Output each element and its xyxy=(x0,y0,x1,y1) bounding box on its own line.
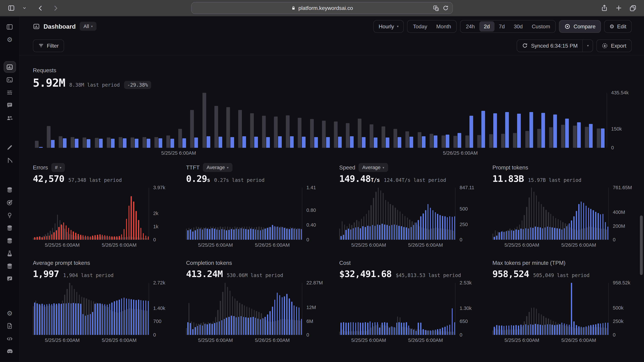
panel-title: Requests xyxy=(33,67,56,73)
api-code-icon[interactable] xyxy=(4,333,16,345)
today-button[interactable]: Today xyxy=(408,21,432,31)
panel-tpm: Max tokens per minute (TPM) 958,524 505,… xyxy=(492,259,632,335)
scope-dropdown[interactable]: All▾ xyxy=(80,22,96,31)
metric-value: 5.92M xyxy=(33,76,65,89)
sidebar-item-datasets-database-icon[interactable] xyxy=(4,184,16,195)
docs-document-icon[interactable] xyxy=(4,320,16,332)
sidebar-item-traces-filter-icon[interactable] xyxy=(4,87,16,98)
completion-tokens-chart[interactable]: 5/25/25 6:00AM5/26/25 6:00AM xyxy=(186,283,302,335)
sidebar-item-insights-lightbulb-icon[interactable] xyxy=(4,209,16,221)
ttft-chart[interactable]: 5/25/25 6:00AM5/26/25 6:00AM xyxy=(186,188,302,240)
metric-value: 0.29s xyxy=(186,174,210,184)
metric-value: 11.83B xyxy=(492,174,524,184)
forward-icon[interactable] xyxy=(51,3,60,12)
y-axis: 2.72k1.40k7000 xyxy=(149,283,172,335)
panel-ttft: TTFT Average▾ 0.29s 0.27s last period 5/… xyxy=(186,163,325,240)
discord-icon[interactable] xyxy=(4,346,16,357)
speed-aggregation-dropdown[interactable]: Average▾ xyxy=(358,163,388,172)
metric-last-period: 505,049 last period xyxy=(533,273,590,278)
metric-value: 1,997 xyxy=(33,269,59,279)
compare-eye-icon xyxy=(564,23,571,29)
sidebar-item-models-database-icon[interactable] xyxy=(4,222,16,234)
left-sidebar: ⚙ xyxy=(0,16,20,362)
metric-last-period: 124.04T/s last period xyxy=(384,177,446,183)
y-axis: 435.54k150k0 xyxy=(607,93,632,148)
sync-button[interactable]: Synced 6:34:15 PM xyxy=(517,39,582,51)
panel-completion-tokens: Completion tokens 413.24M 530.06M last p… xyxy=(186,259,325,335)
url-bar[interactable]: platform.keywordsai.co A文 xyxy=(191,2,453,14)
tpm-chart[interactable]: 5/25/25 6:00AM5/26/25 6:00AM xyxy=(492,283,608,335)
ttft-aggregation-dropdown[interactable]: Average▾ xyxy=(203,163,232,172)
browser-chrome: platform.keywordsai.co A文 xyxy=(0,0,644,16)
sidebar-item-logs-terminal-icon[interactable] xyxy=(4,74,16,85)
y-axis: 3.97k2k1k0 xyxy=(149,188,172,240)
today-month-group: Today Month xyxy=(407,20,457,33)
dashboard-content: Requests 5.92M 8.38M last period -29.38%… xyxy=(20,55,644,362)
range-7d[interactable]: 7d xyxy=(494,21,509,31)
sidebar-item-caches-database-icon[interactable] xyxy=(4,235,16,246)
share-icon[interactable] xyxy=(600,3,609,12)
sidebar-item-users-icon[interactable] xyxy=(4,112,16,124)
metric-delta-badge: -29.38% xyxy=(124,81,151,89)
metric-value: 42,570 xyxy=(33,174,64,184)
refresh-icon xyxy=(522,43,528,48)
sync-split-button: Synced 6:34:15 PM ▾ xyxy=(517,39,593,52)
panel-cost: Cost $32,491.68 $45,813.53 last period 5… xyxy=(339,259,478,335)
range-custom[interactable]: Custom xyxy=(527,21,555,31)
y-axis: 761.65M400M200M0 xyxy=(608,188,632,240)
errors-chart[interactable]: 5/25/25 6:00AM5/26/25 6:00AM xyxy=(33,188,149,240)
sidebar-toggle-icon[interactable] xyxy=(4,21,16,32)
range-30d[interactable]: 30d xyxy=(509,21,527,31)
range-24h[interactable]: 24h xyxy=(461,21,479,31)
reload-icon[interactable] xyxy=(442,5,449,11)
sidebar-item-evaluations-target-icon[interactable] xyxy=(4,197,16,208)
export-button[interactable]: Export xyxy=(596,39,632,52)
sidebar-item-threads-chat-icon[interactable] xyxy=(4,99,16,111)
cost-chart[interactable]: 5/25/25 6:00AM5/26/25 6:00AM xyxy=(339,283,456,335)
settings-gear-icon[interactable]: ⚙ xyxy=(4,34,16,45)
granularity-dropdown[interactable]: Hourly▾ xyxy=(373,20,404,33)
tabs-overview-icon[interactable] xyxy=(628,3,638,12)
sidebar-item-experiments-flask-icon[interactable] xyxy=(4,248,16,259)
sidebar-item-annotations-chat-edit-icon[interactable] xyxy=(4,273,16,285)
scrollbar-thumb[interactable] xyxy=(640,216,643,275)
sidebar-item-playground-icon[interactable] xyxy=(4,154,16,166)
speed-chart[interactable]: 5/25/25 6:00AM5/26/25 6:00AM xyxy=(339,188,456,240)
prompt-tokens-chart[interactable]: 5/25/25 6:00AM5/26/25 6:00AM xyxy=(492,188,608,240)
edit-button[interactable]: ⚙ Edit xyxy=(604,20,632,33)
compare-button[interactable]: Compare xyxy=(559,20,601,33)
sidebar-item-dashboard[interactable] xyxy=(4,61,16,73)
lock-icon xyxy=(291,5,296,11)
page-title: Dashboard xyxy=(33,23,76,30)
translate-icon[interactable]: A文 xyxy=(433,5,439,11)
range-2d[interactable]: 2d xyxy=(479,21,494,31)
panel-speed: Speed Average▾ 149.48T/s 124.04T/s last … xyxy=(339,163,478,240)
settings-gear-icon-bottom[interactable]: ⚙ xyxy=(4,307,16,319)
sidebar-item-prompts-pencil-icon[interactable] xyxy=(4,142,16,153)
metric-value: 149.48T/s xyxy=(339,174,380,184)
metric-value: 958,524 xyxy=(492,269,529,279)
sidebar-item-storage-database-icon[interactable] xyxy=(4,260,16,272)
errors-unit-dropdown[interactable]: #▾ xyxy=(51,163,65,172)
browser-sidebar-icon[interactable] xyxy=(6,3,16,12)
metric-last-period: 530.06M last period xyxy=(227,273,283,278)
filter-icon xyxy=(38,43,44,48)
metric-last-period: 0.27s last period xyxy=(214,177,265,183)
chevron-down-icon[interactable] xyxy=(20,3,29,12)
month-button[interactable]: Month xyxy=(432,21,456,31)
y-axis: 22.87M12M6M0 xyxy=(302,283,325,335)
y-axis: 1.410.800.400 xyxy=(302,188,325,240)
filter-button[interactable]: Filter xyxy=(33,39,64,52)
range-group: 24h 2d 7d 30d Custom xyxy=(460,20,556,33)
sync-options-caret[interactable]: ▾ xyxy=(583,39,593,51)
new-tab-icon[interactable] xyxy=(614,3,623,12)
panel-average-prompt-tokens: Average prompt tokens 1,997 1,904 last p… xyxy=(33,259,172,335)
y-axis: 847.115002500 xyxy=(456,188,478,240)
toolbar: Filter Synced 6:34:15 PM ▾ xyxy=(20,36,644,55)
panel-prompt-tokens: Prompt tokens 11.83B 15.97B last period … xyxy=(492,163,632,240)
screen: platform.keywordsai.co A文 xyxy=(0,0,644,362)
requests-chart[interactable]: 5/25/25 6:00AM5/26/25 6:00AM xyxy=(33,93,607,148)
metric-last-period: 15.97B last period xyxy=(528,177,581,183)
back-icon[interactable] xyxy=(36,3,45,12)
average-prompt-tokens-chart[interactable]: 5/25/25 6:00AM5/26/25 6:00AM xyxy=(33,283,149,335)
